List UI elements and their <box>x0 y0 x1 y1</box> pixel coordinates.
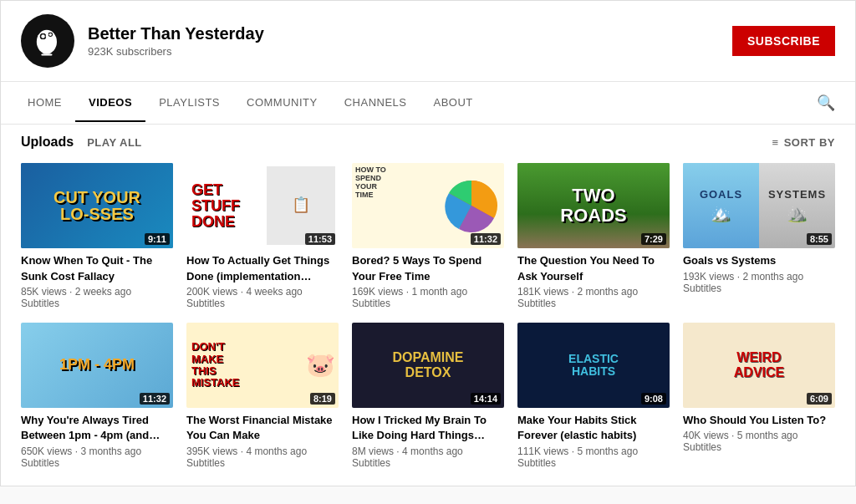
age-6: 3 months ago <box>80 445 141 457</box>
channel-logo-icon <box>29 23 66 59</box>
views-4: 181K views <box>517 286 568 298</box>
tab-home[interactable]: HOME <box>14 84 75 122</box>
video-card-6[interactable]: 1PM - 4PM 11:32 Why You're Always Tired … <box>21 323 173 469</box>
svg-rect-11 <box>49 31 52 33</box>
sort-by-button[interactable]: ≡ SORT BY <box>772 136 835 149</box>
duration-badge-9: 9:08 <box>641 393 666 405</box>
video-meta-5: 193K views · 2 months ago <box>683 271 835 283</box>
video-title-1: Know When To Quit - The Sunk Cost Fallac… <box>21 253 173 283</box>
tab-community[interactable]: COMMUNITY <box>233 84 331 122</box>
video-meta-3: 169K views · 1 month ago <box>352 286 504 298</box>
subscribe-button[interactable]: SUBSCRIBE <box>732 26 835 56</box>
subtitles-8: Subtitles <box>352 457 504 469</box>
svg-point-6 <box>49 33 52 36</box>
sort-by-label: SORT BY <box>784 136 835 149</box>
thumbnail-5: GOALS 🏔️ SYSTEMS ⛰️ 8:55 <box>683 163 835 248</box>
age-5: 2 months ago <box>742 271 803 283</box>
views-10: 40K views <box>683 430 729 441</box>
dot-10: · <box>731 430 737 441</box>
subtitles-5: Subtitles <box>683 283 835 294</box>
tab-playlists[interactable]: PLAYLISTS <box>145 84 233 122</box>
duration-badge-4: 7:29 <box>641 233 666 245</box>
video-card-3[interactable]: HOW TOSPENDYOURTIME 11:32 Bored? 5 Ways … <box>352 163 504 309</box>
video-title-4: The Question You Need To Ask Yourself <box>517 253 670 283</box>
video-title-7: The Worst Financial Mistake You Can Make <box>186 413 339 443</box>
tab-videos[interactable]: VIDEOS <box>75 84 145 122</box>
age-2: 4 weeks ago <box>246 286 302 298</box>
channel-subs: 923K subscribers <box>88 45 732 58</box>
video-meta-7: 395K views · 4 months ago <box>186 445 339 457</box>
views-3: 169K views <box>352 286 403 298</box>
views-5: 193K views <box>683 271 734 283</box>
page-wrapper: Better Than Yesterday 923K subscribers S… <box>0 0 856 486</box>
video-title-3: Bored? 5 Ways To Spend Your Free Time <box>352 253 504 283</box>
age-3: 1 month ago <box>411 286 467 298</box>
views-7: 395K views <box>186 445 237 457</box>
goals-half: GOALS 🏔️ <box>683 163 759 248</box>
duration-badge-6: 11:32 <box>140 393 170 405</box>
sort-icon: ≡ <box>772 136 779 149</box>
svg-rect-2 <box>41 53 52 55</box>
svg-rect-13 <box>47 33 48 36</box>
views-6: 650K views <box>21 445 72 457</box>
video-card-8[interactable]: DOPAMINEDETOX 14:14 How I Tricked My Bra… <box>352 323 504 469</box>
duration-badge-5: 8:55 <box>807 233 832 245</box>
subtitles-6: Subtitles <box>21 457 173 469</box>
video-card-5[interactable]: GOALS 🏔️ SYSTEMS ⛰️ 8:55 G <box>683 163 835 309</box>
views-2: 200K views <box>186 286 237 298</box>
tab-channels[interactable]: CHANNELS <box>331 84 420 122</box>
video-title-9: Make Your Habits Stick Forever (elastic … <box>517 413 670 443</box>
duration-badge-8: 14:14 <box>471 393 501 405</box>
age-10: 5 months ago <box>737 430 798 441</box>
svg-rect-8 <box>42 39 44 41</box>
uploads-bar: Uploads PLAY ALL ≡ SORT BY <box>1 125 855 156</box>
video-title-6: Why You're Always Tired Between 1pm - 4p… <box>21 413 173 443</box>
subtitles-10: Subtitles <box>683 441 835 453</box>
duration-badge-1: 9:11 <box>145 233 170 245</box>
uploads-label: Uploads <box>21 135 74 150</box>
video-card-1[interactable]: CUT YOURLO-SSES 9:11 Know When To Quit -… <box>21 163 173 309</box>
video-meta-2: 200K views · 4 weeks ago <box>186 286 339 298</box>
video-card-4[interactable]: TWOROADS 7:29 The Question You Need To A… <box>517 163 670 309</box>
tab-about[interactable]: ABOUT <box>420 84 487 122</box>
dot-1: · <box>69 286 75 298</box>
age-8: 4 months ago <box>402 445 463 457</box>
subtitles-1: Subtitles <box>21 298 173 309</box>
duration-badge-3: 11:32 <box>471 233 501 245</box>
search-icon[interactable]: 🔍 <box>810 82 842 124</box>
video-meta-8: 8M views · 4 months ago <box>352 445 504 457</box>
channel-info: Better Than Yesterday 923K subscribers <box>88 24 732 58</box>
thumbnail-2: GETSTUFFDONE 📋 11:53 <box>186 163 339 248</box>
age-7: 4 months ago <box>246 445 307 457</box>
views-9: 111K views <box>517 445 568 457</box>
video-card-7[interactable]: DON'TMAKETHISMISTAKE 🐷 8:19 The Worst Fi… <box>186 323 339 469</box>
age-4: 2 months ago <box>577 286 638 298</box>
video-title-10: Who Should You Listen To? <box>683 413 835 428</box>
channel-name: Better Than Yesterday <box>88 24 732 43</box>
subtitles-4: Subtitles <box>517 298 670 309</box>
subtitles-9: Subtitles <box>517 457 670 469</box>
duration-badge-7: 8:19 <box>310 393 335 405</box>
svg-rect-14 <box>53 33 54 36</box>
video-card-9[interactable]: ELASTICHABITS 9:08 Make Your Habits Stic… <box>517 323 670 469</box>
svg-rect-7 <box>42 32 44 33</box>
channel-header: Better Than Yesterday 923K subscribers S… <box>1 1 855 82</box>
play-all-button[interactable]: PLAY ALL <box>87 136 142 149</box>
subtitles-7: Subtitles <box>186 457 339 469</box>
svg-point-4 <box>41 34 44 38</box>
video-meta-4: 181K views · 2 months ago <box>517 286 670 298</box>
age-1: 2 weeks ago <box>75 286 131 298</box>
svg-rect-10 <box>46 35 48 38</box>
thumbnail-9: ELASTICHABITS 9:08 <box>517 323 670 408</box>
video-card-10[interactable]: WEIRDADVICE 6:09 Who Should You Listen T… <box>683 323 835 469</box>
video-title-5: Goals vs Systems <box>683 253 835 268</box>
video-meta-6: 650K views · 3 months ago <box>21 445 173 457</box>
subtitles-3: Subtitles <box>352 298 504 309</box>
video-card-2[interactable]: GETSTUFFDONE 📋 11:53 How To Actually Get… <box>186 163 339 309</box>
video-meta-1: 85K views · 2 weeks ago <box>21 286 173 298</box>
video-meta-9: 111K views · 5 months ago <box>517 445 670 457</box>
thumbnail-8: DOPAMINEDETOX 14:14 <box>352 323 504 408</box>
thumbnail-7: DON'TMAKETHISMISTAKE 🐷 8:19 <box>186 323 339 408</box>
videos-grid: CUT YOURLO-SSES 9:11 Know When To Quit -… <box>1 156 855 486</box>
nav-tabs: HOME VIDEOS PLAYLISTS COMMUNITY CHANNELS… <box>1 82 855 125</box>
